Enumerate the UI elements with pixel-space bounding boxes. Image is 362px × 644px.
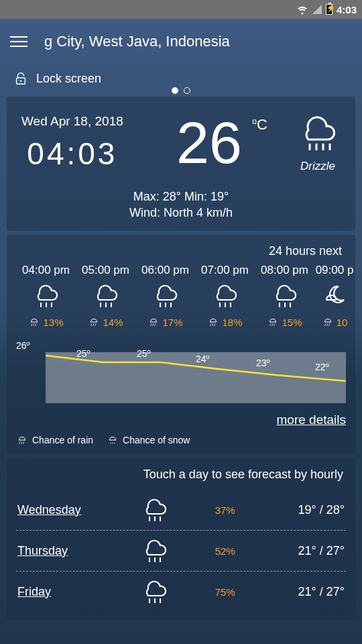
day-temperatures: 19° / 28° <box>278 503 345 517</box>
hour-precipitation: 10 <box>314 316 355 328</box>
day-name: Wednesday <box>17 503 98 517</box>
unlock-icon <box>13 71 28 86</box>
svg-point-42 <box>110 443 111 444</box>
drizzle-icon <box>295 113 341 153</box>
rain-icon <box>91 282 121 309</box>
rain-icon <box>270 282 300 309</box>
svg-line-40 <box>21 441 23 444</box>
hour-time: 06:00 pm <box>135 264 195 277</box>
wifi-icon <box>296 3 308 15</box>
battery-charging-icon <box>326 4 333 15</box>
hour-column[interactable]: 06:00 pm 17% <box>135 264 195 328</box>
current-date: Wed Apr 18, 2018 <box>21 114 123 129</box>
svg-line-35 <box>274 323 276 326</box>
svg-line-29 <box>215 323 216 326</box>
hour-precipitation: 18% <box>195 316 255 328</box>
temperature-chart: 26º 25º 25º 24º 23º 22º <box>16 336 346 403</box>
svg-line-28 <box>213 323 214 326</box>
svg-line-36 <box>324 323 326 326</box>
page-indicator[interactable] <box>172 87 190 94</box>
legend-rain: Chance of rain <box>16 434 93 446</box>
svg-line-37 <box>326 323 328 326</box>
lock-screen-label: Lock screen <box>36 72 101 86</box>
snow-chance-icon <box>107 434 119 446</box>
page-dot-2[interactable] <box>184 87 190 94</box>
hour-column[interactable]: 04:00 pm 13% <box>16 264 76 328</box>
location-title[interactable]: g City, West Java, Indonesia <box>44 33 230 50</box>
hamburger-menu-button[interactable] <box>5 28 32 55</box>
svg-point-43 <box>112 443 113 444</box>
hour-column[interactable]: 05:00 pm 14% <box>76 264 135 328</box>
current-condition: Drizzle <box>295 160 341 173</box>
svg-line-33 <box>270 323 272 326</box>
chart-temp-label: 26º <box>16 340 30 351</box>
hour-time: 08:00 pm <box>255 264 314 277</box>
daily-forecast-card: Touch a day to see forecast by hourly We… <box>7 458 355 620</box>
svg-point-1 <box>20 80 22 82</box>
current-time: 04:03 <box>21 136 123 172</box>
wind-info: Wind: North 4 km/h <box>16 206 346 220</box>
hour-time: 05:00 pm <box>76 264 135 277</box>
daily-title: Touch a day to see forecast by hourly <box>16 466 346 490</box>
more-details-link[interactable]: more details <box>16 413 346 427</box>
svg-line-16 <box>93 323 95 326</box>
day-row[interactable]: Wednesday 37% 19° / 28° <box>16 490 346 531</box>
hour-precipitation: 17% <box>135 316 195 328</box>
day-temperatures: 21° / 27° <box>278 585 345 599</box>
legend-snow: Chance of snow <box>107 434 190 446</box>
hour-column[interactable]: 09:00 p 10 <box>314 264 355 328</box>
status-bar: 4:03 <box>0 0 362 19</box>
hour-time: 04:00 pm <box>16 264 76 277</box>
svg-line-11 <box>36 323 37 326</box>
rain-icon <box>210 282 240 309</box>
hourly-row[interactable]: 04:00 pm 13% 05:00 pm 14% 06:00 pm 17% 0… <box>16 264 346 328</box>
rain-icon <box>140 578 170 605</box>
day-name: Friday <box>17 585 98 599</box>
hourly-forecast-card[interactable]: 24 hours next 04:00 pm 13% 05:00 pm 14% … <box>7 235 355 454</box>
cell-signal-empty-icon <box>312 5 322 14</box>
svg-line-27 <box>210 323 212 326</box>
hour-time: 09:00 p <box>314 264 355 277</box>
rain-icon <box>140 496 170 523</box>
day-row[interactable]: Friday 75% 21° / 27° <box>16 572 346 612</box>
day-row[interactable]: Thursday 52% 21° / 27° <box>16 531 346 572</box>
current-temperature: 26oC <box>176 113 242 172</box>
night-partly-cloudy-icon <box>320 282 349 309</box>
page-dot-1[interactable] <box>172 87 178 94</box>
svg-line-34 <box>272 323 274 326</box>
rain-icon <box>140 537 170 564</box>
current-weather-card[interactable]: Wed Apr 18, 2018 04:03 26oC Drizzle Max:… <box>7 97 355 231</box>
hour-column[interactable]: 07:00 pm 18% <box>195 264 255 328</box>
svg-line-21 <box>151 323 152 326</box>
svg-line-41 <box>23 441 25 444</box>
day-precipitation: 52% <box>213 545 235 557</box>
rain-icon <box>32 282 61 309</box>
day-temperatures: 21° / 27° <box>278 544 345 558</box>
rain-chance-icon <box>16 434 28 446</box>
svg-line-22 <box>153 323 154 326</box>
svg-line-15 <box>91 323 93 326</box>
hour-precipitation: 13% <box>16 316 76 328</box>
max-min-temp: Max: 28° Min: 19° <box>16 188 346 206</box>
svg-line-17 <box>95 323 97 326</box>
hour-column[interactable]: 08:00 pm 15% <box>255 264 314 328</box>
day-precipitation: 37% <box>213 504 235 516</box>
svg-line-10 <box>34 323 35 326</box>
hourly-title: 24 hours next <box>16 243 346 264</box>
statusbar-time: 4:03 <box>337 4 357 15</box>
svg-line-39 <box>19 441 21 444</box>
app-bar: g City, West Java, Indonesia <box>0 19 362 64</box>
svg-line-9 <box>32 323 33 326</box>
svg-line-23 <box>155 323 156 326</box>
day-precipitation: 75% <box>213 586 235 598</box>
hour-precipitation: 15% <box>255 316 314 328</box>
hour-time: 07:00 pm <box>195 264 255 277</box>
svg-point-44 <box>114 443 115 444</box>
svg-line-38 <box>328 323 330 326</box>
day-name: Thursday <box>17 544 98 558</box>
rain-icon <box>151 282 180 309</box>
hour-precipitation: 14% <box>76 316 135 328</box>
